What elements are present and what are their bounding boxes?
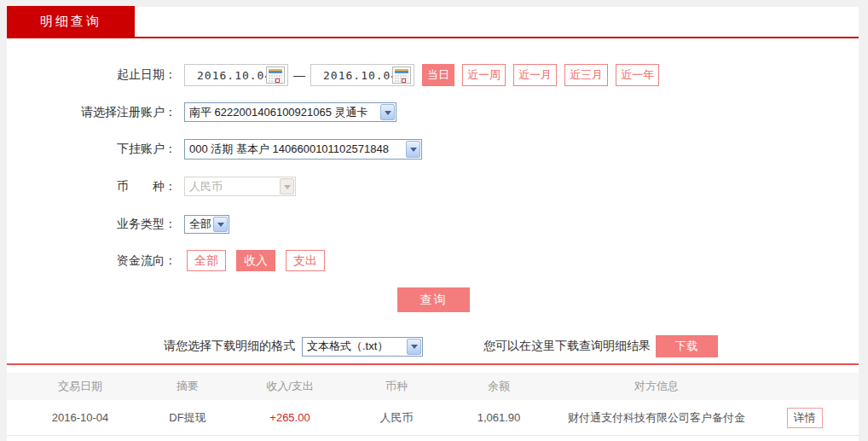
download-row: 请您选择下载明细的格式 文本格式（.txt） 您可以在这里下载查询明细结果 下载 [164, 335, 718, 357]
fund-flow-label: 资金流向： [7, 253, 176, 269]
tab-underline [7, 37, 859, 38]
quick-range-quarter-button[interactable]: 近三月 [564, 64, 608, 86]
table-header-row: 交易日期 摘要 收入/支出 币种 余额 对方信息 [7, 373, 859, 400]
tab-label: 明细查询 [40, 14, 101, 30]
currency-row: 币 种： 人民币 [7, 177, 296, 196]
quick-range-year-button[interactable]: 近一年 [616, 64, 659, 86]
business-type-select[interactable]: 全部 [184, 215, 229, 234]
download-format-label: 请您选择下载明细的格式 [164, 339, 295, 354]
linked-account-label: 下挂账户： [7, 142, 176, 157]
date-separator: — [293, 68, 305, 82]
calendar-icon[interactable] [266, 67, 285, 84]
end-date-value: 2016.10.04 [323, 69, 398, 82]
currency-label: 币 种： [7, 179, 176, 194]
currency-select: 人民币 [184, 177, 296, 196]
cell-balance: 1,061.90 [435, 411, 563, 424]
chevron-down-icon[interactable] [407, 339, 421, 355]
detail-button[interactable]: 详情 [787, 408, 823, 428]
chevron-down-icon[interactable] [213, 217, 228, 232]
fund-flow-expense-button[interactable]: 支出 [286, 250, 325, 271]
download-format-value: 文本格式（.txt） [307, 339, 388, 354]
header-currency: 币种 [358, 379, 435, 394]
header-summary: 摘要 [153, 379, 222, 394]
quick-range-today-button[interactable]: 当日 [422, 64, 454, 86]
detail-query-page: 明细查询 起止日期： 2016.10.04 — 2016.10.04 当日 近一… [0, 0, 868, 441]
cell-date: 2016-10-04 [7, 411, 153, 424]
business-type-row: 业务类型： 全部 [7, 215, 229, 234]
chevron-down-icon[interactable] [406, 141, 420, 158]
cell-action: 详情 [750, 408, 859, 428]
chevron-down-icon [280, 178, 294, 194]
calendar-day-marker [275, 78, 280, 83]
business-type-value: 全部 [189, 217, 211, 232]
cell-counterparty: 财付通支付科技有限公司客户备付金 [563, 410, 750, 426]
download-format-select[interactable]: 文本格式（.txt） [302, 337, 423, 357]
fund-flow-all-button[interactable]: 全部 [187, 250, 226, 271]
header-date: 交易日期 [7, 379, 153, 394]
linked-account-value: 000 活期 基本户 1406600101102571848 [189, 142, 389, 157]
registered-account-label: 请选择注册账户： [7, 105, 176, 120]
table-top-divider [7, 363, 859, 365]
query-button[interactable]: 查询 [397, 287, 470, 312]
table-row: 2016-10-04 DF提现 +265.00 人民币 1,061.90 财付通… [7, 400, 859, 436]
quick-range-month-button[interactable]: 近一月 [513, 64, 557, 86]
linked-account-select[interactable]: 000 活期 基本户 1406600101102571848 [184, 139, 422, 160]
download-hint: 您可以在这里下载查询明细结果 [483, 339, 651, 354]
business-type-label: 业务类型： [7, 217, 176, 232]
tab-detail-query[interactable]: 明细查询 [7, 6, 135, 37]
end-date-input[interactable]: 2016.10.04 [310, 64, 414, 86]
registered-account-select[interactable]: 南平 6222001406100921065 灵通卡 [184, 102, 396, 122]
calendar-icon[interactable] [392, 67, 411, 84]
cell-summary: DF提现 [153, 410, 222, 426]
download-button[interactable]: 下载 [656, 335, 718, 357]
start-date-input[interactable]: 2016.10.04 [184, 64, 288, 86]
cell-amount: +265.00 [222, 411, 358, 424]
header-balance: 余额 [435, 379, 563, 394]
registered-account-row: 请选择注册账户： 南平 6222001406100921065 灵通卡 [7, 102, 396, 122]
cell-currency: 人民币 [358, 410, 435, 426]
fund-flow-income-button[interactable]: 收入 [236, 250, 275, 271]
currency-value: 人民币 [189, 179, 223, 194]
header-counterparty: 对方信息 [563, 379, 750, 394]
date-range-label: 起止日期： [7, 67, 176, 83]
date-range-row: 起止日期： 2016.10.04 — 2016.10.04 当日 近一周 近一月… [7, 64, 659, 86]
header-amount: 收入/支出 [222, 379, 358, 394]
chevron-down-icon[interactable] [380, 104, 395, 120]
quick-range-week-button[interactable]: 近一周 [462, 64, 506, 86]
registered-account-value: 南平 6222001406100921065 灵通卡 [189, 105, 368, 120]
start-date-value: 2016.10.04 [197, 69, 272, 82]
calendar-day-marker [402, 78, 406, 83]
linked-account-row: 下挂账户： 000 活期 基本户 1406600101102571848 [7, 139, 422, 160]
fund-flow-row: 资金流向： 全部 收入 支出 [7, 250, 325, 271]
